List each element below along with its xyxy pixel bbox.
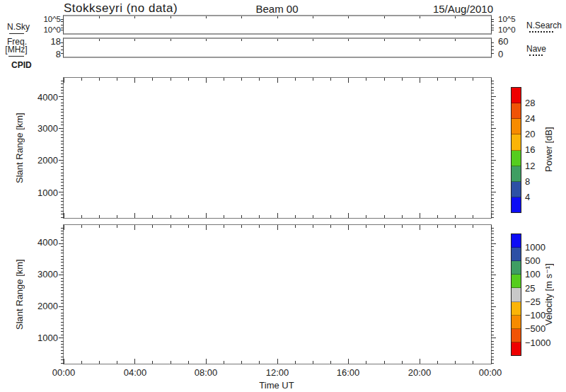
tick-mark bbox=[491, 328, 494, 329]
tick-mark bbox=[384, 361, 385, 364]
tick-mark bbox=[61, 325, 64, 325]
tick-mark bbox=[277, 213, 278, 218]
tick-mark bbox=[61, 50, 64, 50]
colorbar-segment bbox=[512, 197, 521, 212]
tick-mark bbox=[61, 156, 64, 157]
tick-mark bbox=[61, 81, 64, 81]
power-ytick: 4000 bbox=[27, 92, 58, 103]
tick-mark bbox=[171, 225, 171, 228]
tick-mark bbox=[313, 16, 313, 18]
tick-mark bbox=[473, 361, 473, 364]
date-label: 15/Aug/2010 bbox=[352, 3, 493, 15]
tick-mark bbox=[61, 137, 64, 138]
nsky-right-ytick-bottom: 10^0 bbox=[498, 25, 516, 34]
tick-mark bbox=[491, 150, 494, 151]
tick-mark bbox=[491, 300, 494, 301]
tick-mark bbox=[402, 78, 403, 81]
tick-mark bbox=[206, 359, 207, 364]
tick-mark bbox=[491, 96, 496, 97]
tick-mark bbox=[491, 42, 494, 43]
tick-mark bbox=[61, 353, 64, 354]
tick-mark bbox=[117, 215, 117, 218]
tick-mark bbox=[491, 105, 494, 106]
tick-mark bbox=[61, 201, 64, 202]
tick-mark bbox=[61, 214, 64, 214]
nave-legend-dots bbox=[529, 54, 543, 56]
tick-mark bbox=[491, 137, 494, 138]
tick-mark bbox=[224, 225, 224, 228]
xaxis-title: Time UT bbox=[241, 380, 312, 391]
tick-mark bbox=[61, 141, 64, 142]
tick-mark bbox=[61, 300, 64, 301]
xaxis-tick-label: 20:00 bbox=[400, 367, 439, 378]
tick-mark bbox=[491, 182, 494, 183]
tick-mark bbox=[81, 78, 82, 81]
tick-mark bbox=[99, 215, 100, 218]
tick-mark bbox=[59, 192, 64, 192]
tick-mark bbox=[61, 246, 64, 247]
tick-mark bbox=[61, 341, 64, 342]
tick-mark bbox=[491, 214, 494, 214]
tick-mark bbox=[61, 287, 64, 288]
tick-mark bbox=[61, 318, 64, 319]
tick-mark bbox=[491, 275, 496, 275]
tick-mark bbox=[313, 215, 313, 218]
tick-mark bbox=[61, 46, 64, 47]
tick-mark bbox=[491, 198, 494, 199]
tick-mark bbox=[99, 78, 100, 81]
tick-mark bbox=[366, 215, 366, 218]
tick-mark bbox=[491, 128, 496, 129]
tick-mark bbox=[188, 215, 189, 218]
tick-mark bbox=[152, 215, 153, 218]
tick-mark bbox=[61, 122, 64, 122]
tick-mark bbox=[61, 87, 64, 88]
tick-mark bbox=[61, 253, 64, 253]
colorbar-segment bbox=[512, 103, 521, 119]
tick-mark bbox=[437, 225, 438, 228]
freq-legend-label-line2: [MHz] bbox=[1, 45, 32, 54]
tick-mark bbox=[491, 141, 494, 142]
tick-mark bbox=[277, 225, 278, 230]
colorbar-segment bbox=[512, 302, 521, 316]
tick-mark bbox=[61, 169, 64, 170]
tick-mark bbox=[61, 112, 64, 113]
tick-mark bbox=[134, 225, 135, 230]
tick-mark bbox=[241, 16, 242, 18]
tick-mark bbox=[348, 39, 349, 41]
tick-mark bbox=[491, 154, 494, 154]
tick-mark bbox=[61, 118, 64, 119]
tick-mark bbox=[188, 225, 189, 228]
colorbar-segment bbox=[512, 134, 521, 150]
tick-mark bbox=[491, 256, 494, 257]
tick-mark bbox=[420, 225, 420, 230]
tick-mark bbox=[277, 39, 278, 41]
tick-mark bbox=[61, 99, 64, 100]
tick-mark bbox=[171, 361, 171, 364]
power-colorbar bbox=[511, 87, 521, 213]
tick-mark bbox=[61, 188, 64, 189]
tick-mark bbox=[152, 361, 153, 364]
tick-mark bbox=[61, 350, 64, 351]
velocity-colorbar bbox=[511, 234, 521, 356]
tick-mark bbox=[241, 225, 242, 228]
tick-mark bbox=[61, 231, 64, 231]
tick-mark bbox=[61, 316, 64, 316]
colorbar-segment bbox=[512, 342, 521, 355]
tick-mark bbox=[491, 265, 494, 266]
tick-mark bbox=[420, 213, 420, 218]
tick-mark bbox=[420, 16, 420, 18]
tick-mark bbox=[491, 21, 494, 22]
tick-mark bbox=[491, 318, 494, 319]
tick-mark bbox=[473, 225, 473, 228]
tick-mark bbox=[491, 234, 494, 234]
tick-mark bbox=[61, 322, 64, 323]
tick-mark bbox=[61, 256, 64, 257]
tick-mark bbox=[59, 275, 64, 275]
power-ylabel: Slant Range [km] bbox=[14, 78, 25, 218]
tick-mark bbox=[59, 128, 64, 129]
tick-mark bbox=[491, 331, 494, 332]
xaxis-tick-label: 08:00 bbox=[186, 367, 226, 378]
tick-mark bbox=[437, 78, 438, 81]
tick-mark bbox=[437, 361, 438, 364]
tick-mark bbox=[313, 225, 313, 228]
